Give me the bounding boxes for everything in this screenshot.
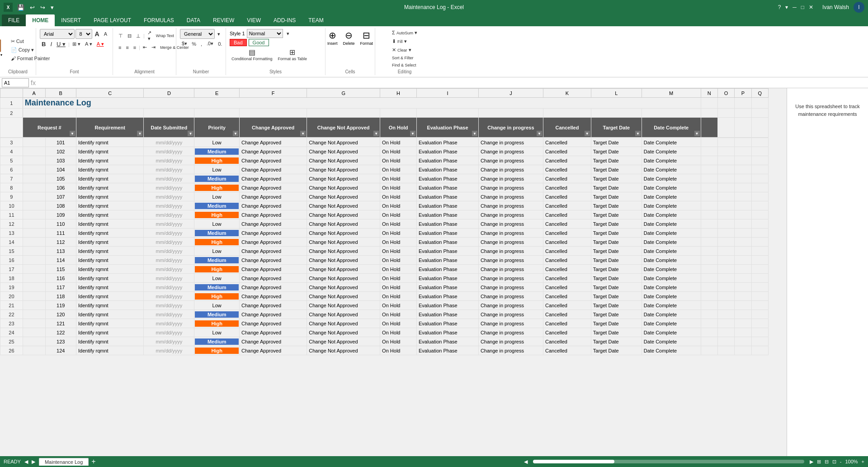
cell-oh-10[interactable]: On Hold xyxy=(380,201,417,210)
cell-a7[interactable] xyxy=(23,174,45,183)
cell-cp-23[interactable]: Change in progress xyxy=(478,319,543,328)
cell-n-19[interactable] xyxy=(701,283,717,292)
cell-oh-11[interactable]: On Hold xyxy=(380,210,417,219)
cell-priority-21[interactable]: Low xyxy=(194,301,240,310)
cell-a24[interactable] xyxy=(23,328,45,337)
cell-dc-10[interactable]: Date Complete xyxy=(642,201,701,210)
format-cells-button[interactable]: ⊟ Format xyxy=(359,29,375,47)
cell-td-23[interactable]: Target Date xyxy=(591,319,642,328)
cell-ep-19[interactable]: Evaluation Phase xyxy=(417,283,479,292)
cell-oh-4[interactable]: On Hold xyxy=(380,147,417,156)
cell-td-11[interactable]: Target Date xyxy=(591,210,642,219)
cell-cna-15[interactable]: Change Not Approved xyxy=(307,247,380,256)
header-date-complete[interactable]: Date Complete ▼ xyxy=(642,118,701,138)
cell-q-15[interactable] xyxy=(751,247,768,256)
cell-dc-11[interactable]: Date Complete xyxy=(642,210,701,219)
row-num-12[interactable]: 12 xyxy=(0,219,23,229)
col-header-d[interactable]: D xyxy=(144,89,194,98)
cell-oh-20[interactable]: On Hold xyxy=(380,292,417,301)
cell-date-8[interactable]: mm/dd/yyyy xyxy=(144,183,194,192)
cell-rqmt-3[interactable]: Identify rqmnt xyxy=(76,138,144,147)
col-header-c[interactable]: C xyxy=(76,89,144,98)
cell-a25[interactable] xyxy=(23,337,45,346)
cell-priority-4[interactable]: Medium xyxy=(194,147,240,156)
cell-n-12[interactable] xyxy=(701,219,717,229)
cell-o-7[interactable] xyxy=(717,174,734,183)
cell-ep-21[interactable]: Evaluation Phase xyxy=(417,301,479,310)
cell-rqmt-9[interactable]: Identify rqmnt xyxy=(76,192,144,201)
cell-oh-25[interactable]: On Hold xyxy=(380,337,417,346)
cell-o-16[interactable] xyxy=(717,256,734,265)
col-header-l[interactable]: L xyxy=(591,89,642,98)
cell-p3[interactable] xyxy=(735,118,751,138)
cell-ca-14[interactable]: Change Approved xyxy=(239,238,307,247)
save-button[interactable]: 💾 xyxy=(15,3,26,12)
cell-cp-8[interactable]: Change in progress xyxy=(478,183,543,192)
cell-ca-6[interactable]: Change Approved xyxy=(239,165,307,174)
add-sheet-button[interactable]: + xyxy=(90,457,97,466)
cell-cna-17[interactable]: Change Not Approved xyxy=(307,265,380,274)
cell-ca-5[interactable]: Change Approved xyxy=(239,156,307,165)
cell-req-113[interactable]: 113 xyxy=(45,247,76,256)
fill-color-button[interactable]: A ▾ xyxy=(83,40,94,48)
cell-q3[interactable] xyxy=(751,118,768,138)
cell-can-19[interactable]: Cancelled xyxy=(543,283,591,292)
cell-n-14[interactable] xyxy=(701,238,717,247)
normal-style-select[interactable]: Normal xyxy=(247,29,283,38)
cell-oh-8[interactable]: On Hold xyxy=(380,183,417,192)
cell-ep-16[interactable]: Evaluation Phase xyxy=(417,256,479,265)
row-num-7[interactable]: 7 xyxy=(0,174,23,183)
cell-priority-15[interactable]: Low xyxy=(194,247,240,256)
view-normal-icon[interactable]: ⊞ xyxy=(817,459,821,465)
cell-q-7[interactable] xyxy=(751,174,768,183)
cell-a2[interactable] xyxy=(23,109,45,118)
cell-ep-18[interactable]: Evaluation Phase xyxy=(417,274,479,283)
number-format-select[interactable]: General xyxy=(180,29,215,39)
cell-a19[interactable] xyxy=(23,283,45,292)
header-on-hold[interactable]: On Hold ▼ xyxy=(380,118,417,138)
cell-o-10[interactable] xyxy=(717,201,734,210)
cell-cp-25[interactable]: Change in progress xyxy=(478,337,543,346)
format-as-table-button[interactable]: ⊞ Format as Table xyxy=(276,47,309,62)
italic-button[interactable]: I xyxy=(48,40,54,48)
cell-cna-9[interactable]: Change Not Approved xyxy=(307,192,380,201)
cell-cna-7[interactable]: Change Not Approved xyxy=(307,174,380,183)
cell-oh-17[interactable]: On Hold xyxy=(380,265,417,274)
cell-p-8[interactable] xyxy=(735,183,751,192)
align-left-button[interactable]: ≡ xyxy=(117,44,123,51)
cell-req-112[interactable]: 112 xyxy=(45,238,76,247)
cell-q-5[interactable] xyxy=(751,156,768,165)
customize-qa-button[interactable]: ▾ xyxy=(49,3,56,12)
grid-container[interactable]: A B C D E F G H I J K L M N O xyxy=(0,88,787,467)
cell-dc-20[interactable]: Date Complete xyxy=(642,292,701,301)
cell-cna-11[interactable]: Change Not Approved xyxy=(307,210,380,219)
cell-h2[interactable] xyxy=(380,109,417,118)
cell-cp-13[interactable]: Change in progress xyxy=(478,229,543,238)
cell-oh-22[interactable]: On Hold xyxy=(380,310,417,319)
cell-date-11[interactable]: mm/dd/yyyy xyxy=(144,210,194,219)
cell-a11[interactable] xyxy=(23,210,45,219)
cell-oh-13[interactable]: On Hold xyxy=(380,229,417,238)
cell-cp-4[interactable]: Change in progress xyxy=(478,147,543,156)
cell-ep-11[interactable]: Evaluation Phase xyxy=(417,210,479,219)
close-button[interactable]: ✕ xyxy=(809,4,813,10)
cell-rqmt-22[interactable]: Identify rqmnt xyxy=(76,310,144,319)
row-num-10[interactable]: 10 xyxy=(0,201,23,210)
col-header-j[interactable]: J xyxy=(478,89,543,98)
number-format-expand[interactable]: ▾ xyxy=(216,30,222,38)
cell-q-9[interactable] xyxy=(751,192,768,201)
cell-cna-26[interactable]: Change Not Approved xyxy=(307,346,380,355)
cell-date-19[interactable]: mm/dd/yyyy xyxy=(144,283,194,292)
restore-button[interactable]: □ xyxy=(801,4,804,10)
cell-ca-16[interactable]: Change Approved xyxy=(239,256,307,265)
cell-n-7[interactable] xyxy=(701,174,717,183)
cell-a21[interactable] xyxy=(23,301,45,310)
indent-decrease-button[interactable]: ⇤ xyxy=(141,43,149,51)
cell-cna-14[interactable]: Change Not Approved xyxy=(307,238,380,247)
find-select-button[interactable]: Find & Select xyxy=(390,62,418,68)
cell-can-24[interactable]: Cancelled xyxy=(543,328,591,337)
cell-priority-25[interactable]: Medium xyxy=(194,337,240,346)
cell-cna-6[interactable]: Change Not Approved xyxy=(307,165,380,174)
cell-e2[interactable] xyxy=(194,109,240,118)
cell-o-6[interactable] xyxy=(717,165,734,174)
